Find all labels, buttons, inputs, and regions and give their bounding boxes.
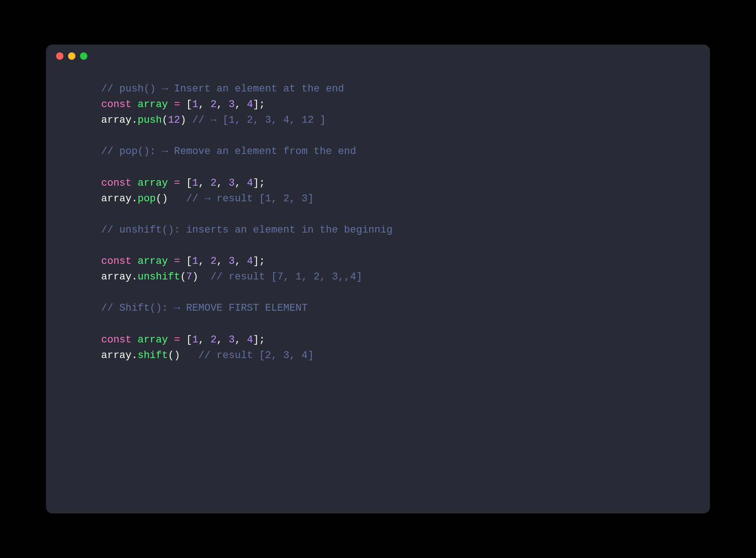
equals-operator: = <box>174 177 180 189</box>
variable-name: array <box>137 334 168 346</box>
number-literal: 1 <box>192 334 198 346</box>
number-literal: 2 <box>211 177 217 189</box>
object-name: array <box>101 271 132 283</box>
code-line: array.pop() // → result [1, 2, 3] <box>101 191 682 207</box>
bracket-close: ]; <box>253 256 265 267</box>
comma: , <box>217 334 229 346</box>
code-line <box>101 316 682 332</box>
method-name: push <box>137 114 162 126</box>
number-literal: 2 <box>211 99 217 110</box>
method-name: shift <box>137 350 168 361</box>
number-literal: 2 <box>211 256 217 267</box>
number-literal: 3 <box>229 334 235 346</box>
bracket-open: [ <box>186 256 192 267</box>
keyword-const: const <box>101 99 132 110</box>
bracket-close: ]; <box>253 99 265 110</box>
code-line: // pop(): → Remove an element from the e… <box>101 144 682 159</box>
comma: , <box>198 334 210 346</box>
code-comment: // Shift(): → REMOVE FIRST ELEMENT <box>101 302 308 314</box>
number-literal: 1 <box>192 256 198 267</box>
code-line: array.unshift(7) // result [7, 1, 2, 3,,… <box>101 269 682 285</box>
keyword-const: const <box>101 334 132 346</box>
minimize-icon[interactable] <box>68 52 75 60</box>
code-line: const array = [1, 2, 3, 4]; <box>101 332 682 348</box>
number-literal: 3 <box>229 177 235 189</box>
zoom-icon[interactable] <box>80 52 87 60</box>
comma: , <box>198 177 210 189</box>
paren-close: ) <box>174 350 180 361</box>
code-line: // push() → Insert an element at the end <box>101 81 682 97</box>
close-icon[interactable] <box>56 52 63 60</box>
number-literal: 4 <box>247 256 253 267</box>
window-titlebar <box>46 45 710 68</box>
code-line <box>101 238 682 254</box>
code-editor[interactable]: // push() → Insert an element at the end… <box>46 68 710 391</box>
dot-operator: . <box>132 193 137 205</box>
comma: , <box>235 177 246 189</box>
variable-name: array <box>137 177 168 189</box>
code-line: const array = [1, 2, 3, 4]; <box>101 176 682 191</box>
variable-name: array <box>137 99 168 110</box>
number-literal: 4 <box>247 177 253 189</box>
code-line: array.shift() // result [2, 3, 4] <box>101 348 682 364</box>
comma: , <box>235 99 246 110</box>
code-comment: // push() → Insert an element at the end <box>101 83 344 95</box>
method-name: pop <box>137 193 156 205</box>
keyword-const: const <box>101 256 132 267</box>
comma: , <box>198 99 210 110</box>
code-comment: // result [2, 3, 4] <box>198 350 314 361</box>
object-name: array <box>101 114 132 126</box>
bracket-close: ]; <box>253 334 265 346</box>
bracket-close: ]; <box>253 177 265 189</box>
bracket-open: [ <box>186 99 192 110</box>
number-literal: 3 <box>229 256 235 267</box>
code-comment: // result [7, 1, 2, 3,,4] <box>211 271 362 283</box>
code-comment: // pop(): → Remove an element from the e… <box>101 146 356 157</box>
paren-open: ( <box>162 114 168 126</box>
code-comment: // → result [1, 2, 3] <box>186 193 314 205</box>
code-line: const array = [1, 2, 3, 4]; <box>101 97 682 113</box>
code-line: // unshift(): inserts an element in the … <box>101 222 682 238</box>
keyword-const: const <box>101 177 132 189</box>
comma: , <box>217 256 229 267</box>
equals-operator: = <box>174 99 180 110</box>
variable-name: array <box>137 256 168 267</box>
number-literal: 12 <box>168 114 180 126</box>
number-literal: 3 <box>229 99 235 110</box>
paren-close: ) <box>162 193 168 205</box>
paren-open: ( <box>156 193 162 205</box>
code-line: array.push(12) // → [1, 2, 3, 4, 12 ] <box>101 113 682 128</box>
dot-operator: . <box>132 271 137 283</box>
paren-open: ( <box>168 350 174 361</box>
comma: , <box>235 334 246 346</box>
code-comment: // unshift(): inserts an element in the … <box>101 224 393 236</box>
comma: , <box>217 177 229 189</box>
code-line <box>101 285 682 301</box>
bracket-open: [ <box>186 177 192 189</box>
paren-close: ) <box>192 271 198 283</box>
code-line: // Shift(): → REMOVE FIRST ELEMENT <box>101 301 682 316</box>
number-literal: 4 <box>247 334 253 346</box>
comma: , <box>235 256 246 267</box>
dot-operator: . <box>132 114 137 126</box>
paren-close: ) <box>180 114 186 126</box>
code-line <box>101 128 682 144</box>
equals-operator: = <box>174 334 180 346</box>
paren-open: ( <box>180 271 186 283</box>
number-literal: 1 <box>192 177 198 189</box>
number-literal: 4 <box>247 99 253 110</box>
code-line <box>101 159 682 175</box>
number-literal: 1 <box>192 99 198 110</box>
number-literal: 7 <box>186 271 192 283</box>
object-name: array <box>101 350 132 361</box>
equals-operator: = <box>174 256 180 267</box>
code-window: // push() → Insert an element at the end… <box>46 45 710 513</box>
object-name: array <box>101 193 132 205</box>
bracket-open: [ <box>186 334 192 346</box>
code-line <box>101 207 682 222</box>
code-comment: // → [1, 2, 3, 4, 12 ] <box>192 114 326 126</box>
comma: , <box>217 99 229 110</box>
dot-operator: . <box>132 350 137 361</box>
comma: , <box>198 256 210 267</box>
number-literal: 2 <box>211 334 217 346</box>
